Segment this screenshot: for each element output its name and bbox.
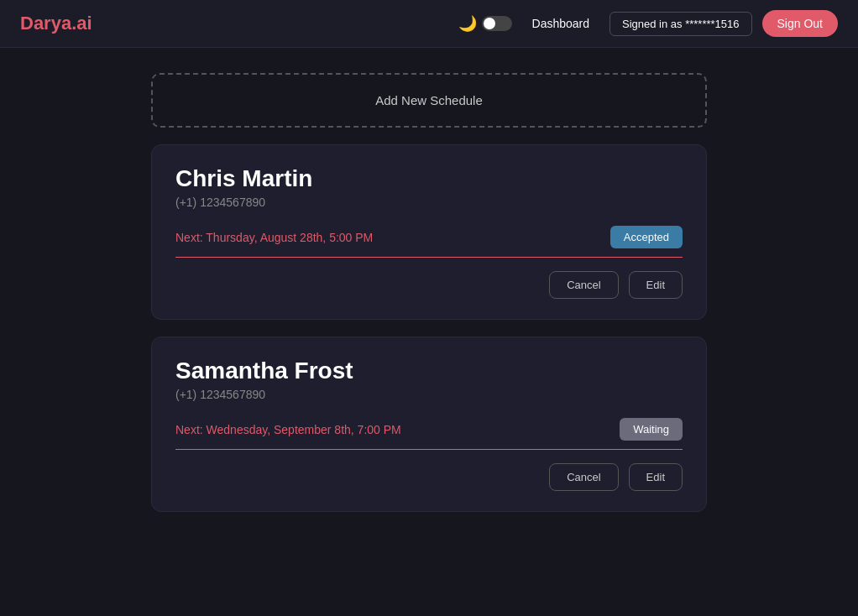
person-phone: (+1) 1234567890 [175,196,683,209]
logo: Darya.ai [20,13,92,34]
next-date: Next: Wednesday, September 8th, 7:00 PM [175,423,401,436]
logo-text: Darya. [20,13,76,34]
schedule-info-row: Next: Wednesday, September 8th, 7:00 PM … [175,418,683,441]
next-date: Next: Thursday, August 28th, 5:00 PM [175,231,373,244]
header-right: 🌙 Dashboard Signed in as *******1516 Sig… [458,10,838,37]
person-name: Samantha Frost [175,358,683,384]
theme-toggle[interactable]: 🌙 [458,14,512,33]
card-actions: Cancel Edit [175,463,683,491]
schedule-card: Chris Martin (+1) 1234567890 Next: Thurs… [151,144,707,320]
cancel-button[interactable]: Cancel [549,463,618,491]
main-content: Add New Schedule Chris Martin (+1) 12345… [0,48,858,537]
card-actions: Cancel Edit [175,271,683,299]
moon-icon: 🌙 [458,14,477,33]
card-divider [175,257,683,258]
card-divider [175,449,683,450]
schedule-info-row: Next: Thursday, August 28th, 5:00 PM Acc… [175,226,683,248]
edit-button[interactable]: Edit [629,271,683,299]
dark-mode-toggle[interactable] [482,16,512,31]
cancel-button[interactable]: Cancel [549,271,618,299]
sign-out-button[interactable]: Sign Out [762,10,838,37]
header: Darya.ai 🌙 Dashboard Signed in as ******… [0,0,858,48]
person-name: Chris Martin [175,165,683,192]
status-badge: Accepted [610,226,683,248]
logo-accent: ai [76,13,92,34]
person-phone: (+1) 1234567890 [175,388,683,401]
status-badge: Waiting [620,418,683,441]
edit-button[interactable]: Edit [629,463,683,491]
dashboard-button[interactable]: Dashboard [522,12,600,35]
signed-in-badge: Signed in as *******1516 [609,12,752,36]
add-schedule-button[interactable]: Add New Schedule [151,73,707,128]
schedule-card: Samantha Frost (+1) 1234567890 Next: Wed… [151,337,707,512]
